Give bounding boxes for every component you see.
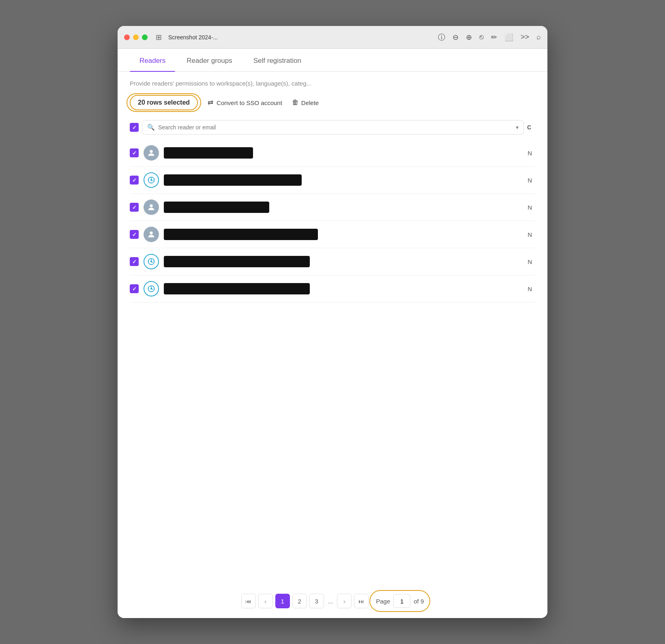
table-row: N — [130, 221, 535, 248]
expand-icon[interactable]: ⬜ — [504, 33, 513, 42]
page-2-button[interactable]: 2 — [292, 594, 307, 608]
edit-icon[interactable]: ✏ — [491, 33, 497, 42]
row-checkbox[interactable] — [130, 257, 139, 266]
search-icon: 🔍 — [147, 124, 155, 131]
main-content: Readers Reader groups Self registration … — [118, 49, 547, 618]
of-label: of 9 — [414, 598, 424, 605]
table-header-row: 🔍 ▾ C — [130, 117, 535, 140]
svg-point-0 — [150, 150, 152, 153]
table-row: N — [130, 248, 535, 275]
row-checkbox[interactable] — [130, 230, 139, 239]
zoom-in-icon[interactable]: ⊕ — [466, 33, 472, 42]
delete-button[interactable]: 🗑 Delete — [292, 99, 319, 107]
tab-readers[interactable]: Readers — [130, 49, 175, 71]
sso-icon — [147, 258, 155, 266]
avatar — [144, 254, 159, 269]
sso-icon — [147, 285, 155, 293]
maximize-button[interactable] — [142, 34, 148, 40]
row-col-n: N — [528, 258, 535, 265]
row-col-n: N — [528, 150, 535, 157]
svg-point-6 — [150, 261, 152, 262]
page-label: Page — [376, 598, 390, 605]
person-icon — [147, 203, 156, 212]
avatar — [144, 172, 159, 188]
first-page-button[interactable]: ⏮ — [241, 594, 256, 608]
tab-self-registration[interactable]: Self registration — [244, 49, 311, 71]
table-row: N — [130, 167, 535, 194]
reader-name-redacted — [164, 283, 310, 294]
pagination: ⏮ ‹ 1 2 3 ... › ⏭ Page of 9 — [118, 586, 547, 618]
avatar — [144, 145, 159, 161]
table-row: N — [130, 140, 535, 167]
rows-selected-badge: 20 rows selected — [130, 95, 198, 110]
more-icon[interactable]: >> — [521, 33, 529, 41]
page-ellipsis: ... — [326, 598, 335, 605]
titlebar: ⊞ Screenshot 2024-... ⓘ ⊖ ⊕ ⎋ ✏ ⬜ >> ⌕ — [118, 26, 547, 49]
reader-name-redacted — [164, 229, 318, 240]
reader-name-redacted — [164, 202, 269, 213]
page-1-button[interactable]: 1 — [275, 594, 290, 608]
description-text: Provide readers' permissions to workspac… — [118, 72, 547, 91]
info-icon[interactable]: ⓘ — [438, 32, 445, 42]
titlebar-icons: ⓘ ⊖ ⊕ ⎋ ✏ ⬜ >> ⌕ — [438, 32, 541, 42]
convert-icon: ⇄ — [208, 99, 213, 107]
app-window: ⊞ Screenshot 2024-... ⓘ ⊖ ⊕ ⎋ ✏ ⬜ >> ⌕ R… — [118, 26, 547, 618]
person-icon — [147, 230, 156, 239]
person-icon — [147, 148, 156, 157]
share-icon[interactable]: ⎋ — [479, 33, 484, 41]
row-col-n: N — [528, 204, 535, 211]
reader-name-redacted — [164, 256, 310, 267]
svg-point-4 — [150, 232, 152, 234]
convert-sso-button[interactable]: ⇄ Convert to SSO account — [206, 96, 284, 109]
table-container: 🔍 ▾ C N — [118, 117, 547, 586]
reader-name-redacted — [164, 147, 253, 159]
zoom-out-icon[interactable]: ⊖ — [453, 33, 459, 42]
toolbar: 20 rows selected ⇄ Convert to SSO accoun… — [118, 91, 547, 117]
row-col-n: N — [528, 177, 535, 184]
reader-name-redacted — [164, 174, 302, 186]
row-checkbox[interactable] — [130, 176, 139, 185]
trash-icon: 🗑 — [292, 99, 299, 107]
avatar — [144, 281, 159, 296]
next-page-button[interactable]: › — [337, 594, 352, 608]
search-box[interactable]: 🔍 ▾ — [142, 120, 524, 135]
sidebar-toggle-icon[interactable]: ⊞ — [156, 33, 162, 42]
row-col-n: N — [528, 231, 535, 238]
col-header-c: C — [527, 124, 535, 131]
traffic-lights — [124, 34, 148, 40]
close-button[interactable] — [124, 34, 130, 40]
search-input[interactable] — [158, 124, 513, 131]
row-checkbox[interactable] — [130, 148, 139, 157]
tab-reader-groups[interactable]: Reader groups — [177, 49, 242, 71]
minimize-button[interactable] — [133, 34, 139, 40]
filter-dropdown-icon[interactable]: ▾ — [516, 124, 519, 131]
avatar — [144, 227, 159, 242]
page-number-input[interactable] — [393, 594, 410, 608]
row-checkbox[interactable] — [130, 203, 139, 212]
avatar — [144, 200, 159, 215]
tabs-container: Readers Reader groups Self registration — [118, 49, 547, 72]
svg-point-2 — [150, 179, 152, 181]
page-3-button[interactable]: 3 — [309, 594, 324, 608]
svg-point-3 — [150, 204, 152, 207]
window-title: Screenshot 2024-... — [168, 34, 218, 41]
last-page-button[interactable]: ⏭ — [354, 594, 369, 608]
select-all-checkbox[interactable] — [130, 123, 139, 132]
row-checkbox[interactable] — [130, 284, 139, 293]
table-row: N — [130, 275, 535, 303]
search-titlebar-icon[interactable]: ⌕ — [536, 33, 541, 41]
row-col-n: N — [528, 286, 535, 292]
sso-icon — [147, 176, 155, 184]
prev-page-button[interactable]: ‹ — [258, 594, 273, 608]
page-info: Page of 9 — [376, 594, 424, 608]
svg-point-8 — [150, 288, 152, 290]
table-row: N — [130, 194, 535, 221]
